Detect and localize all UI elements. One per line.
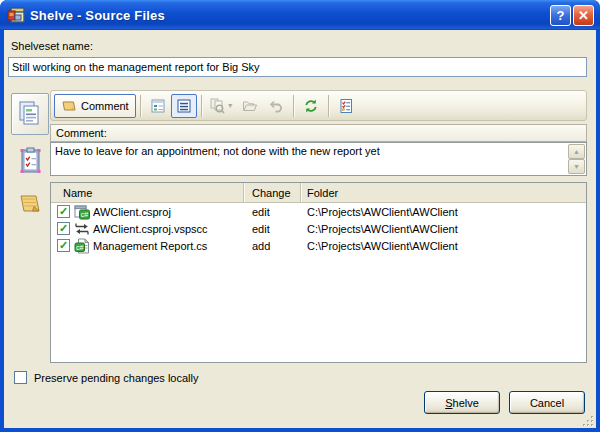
shelveset-name-label: Shelveset name: — [11, 40, 93, 52]
open-folder-icon — [242, 98, 258, 114]
help-button[interactable]: ? — [550, 5, 571, 26]
file-name: AWClient.csproj — [93, 206, 171, 218]
undo-button[interactable] — [263, 94, 289, 118]
pending-changes-grid: Name Change Folder ✓ c# AWClient.csproj … — [50, 182, 587, 363]
options-button[interactable] — [333, 94, 359, 118]
resize-grip[interactable] — [582, 415, 595, 428]
sidebar-item-source-files[interactable] — [11, 93, 49, 135]
row-checkbox[interactable]: ✓ — [57, 222, 70, 235]
change-type: add — [244, 240, 301, 252]
dialog-body: Shelveset name: — [4, 30, 596, 428]
grid-header: Name Change Folder — [51, 183, 586, 203]
refresh-button[interactable] — [298, 94, 324, 118]
table-row[interactable]: ✓ c# AWClient.csproj edit C:\Projects\AW… — [51, 203, 586, 220]
compare-dropdown-arrow[interactable]: ▼ — [227, 102, 234, 109]
comment-label-bar: Comment: — [50, 124, 587, 142]
source-control-file-icon — [74, 221, 90, 237]
file-name: Management Report.cs — [93, 240, 207, 252]
compare-icon — [209, 98, 225, 114]
folder-path: C:\Projects\AWClient\AWClient — [301, 240, 586, 252]
comment-label: Comment: — [56, 127, 107, 139]
csharp-file-icon: c# — [74, 238, 90, 254]
table-row[interactable]: ✓ AWClient.csproj.vspscc edit C:\Project… — [51, 220, 586, 237]
row-checkbox[interactable]: ✓ — [57, 239, 70, 252]
preserve-checkbox[interactable] — [14, 371, 27, 384]
compare-button[interactable]: ▼ — [206, 94, 237, 118]
svg-text:c#: c# — [76, 243, 84, 250]
comment-input[interactable]: Have to leave for an appointment; not do… — [51, 143, 568, 175]
preserve-changes-option[interactable]: Preserve pending changes locally — [14, 371, 199, 384]
svg-text:c#: c# — [81, 211, 89, 218]
toolbar-separator — [140, 95, 141, 117]
view-file-button[interactable] — [237, 94, 263, 118]
sidebar-item-work-items[interactable] — [11, 140, 49, 182]
toolbar: Comment — [50, 90, 587, 121]
toolbar-separator — [328, 95, 329, 117]
toolbar-separator — [293, 95, 294, 117]
table-row[interactable]: ✓ c# Management Report.cs add C:\Project… — [51, 237, 586, 254]
details-view-icon — [150, 98, 166, 114]
close-button[interactable]: ✕ — [573, 5, 594, 26]
comment-button-label: Comment — [81, 100, 129, 112]
comment-note-icon — [61, 98, 77, 114]
change-type: edit — [244, 223, 301, 235]
change-type: edit — [244, 206, 301, 218]
column-header-folder[interactable]: Folder — [301, 183, 586, 202]
work-items-icon — [17, 146, 44, 176]
comment-scrollbar[interactable]: ▲ ▼ — [568, 144, 585, 174]
comment-box: Have to leave for an appointment; not do… — [50, 142, 587, 176]
comment-toggle-button[interactable]: Comment — [54, 94, 136, 118]
column-header-name[interactable]: Name — [51, 183, 244, 202]
titlebar[interactable]: Shelve - Source Files ? ✕ — [0, 0, 600, 30]
checklist-icon — [338, 98, 354, 114]
shelve-button[interactable]: Shelve — [424, 391, 500, 414]
refresh-icon — [303, 98, 319, 114]
scroll-down-icon[interactable]: ▼ — [568, 159, 585, 174]
toolbar-separator — [201, 95, 202, 117]
row-checkbox[interactable]: ✓ — [57, 205, 70, 218]
shelveset-name-input[interactable] — [8, 57, 587, 77]
scroll-up-icon[interactable]: ▲ — [568, 144, 585, 159]
shelve-dialog: Shelve - Source Files ? ✕ Shelveset name… — [0, 0, 600, 432]
cancel-button[interactable]: Cancel — [509, 391, 585, 414]
folder-path: C:\Projects\AWClient\AWClient — [301, 223, 586, 235]
window-title: Shelve - Source Files — [30, 8, 548, 23]
list-view-icon — [176, 98, 192, 114]
undo-icon — [268, 98, 284, 114]
preserve-checkbox-label: Preserve pending changes locally — [34, 372, 199, 384]
checkin-notes-icon — [17, 191, 43, 217]
list-view-button[interactable] — [171, 94, 197, 118]
column-header-change[interactable]: Change — [244, 183, 301, 202]
file-name: AWClient.csproj.vspscc — [93, 223, 208, 235]
folder-path: C:\Projects\AWClient\AWClient — [301, 206, 586, 218]
form-window-icon — [7, 6, 25, 24]
csharp-project-icon: c# — [74, 204, 90, 220]
sidebar-item-checkin-notes[interactable] — [11, 183, 49, 225]
details-view-button[interactable] — [145, 94, 171, 118]
source-files-icon — [17, 100, 43, 128]
